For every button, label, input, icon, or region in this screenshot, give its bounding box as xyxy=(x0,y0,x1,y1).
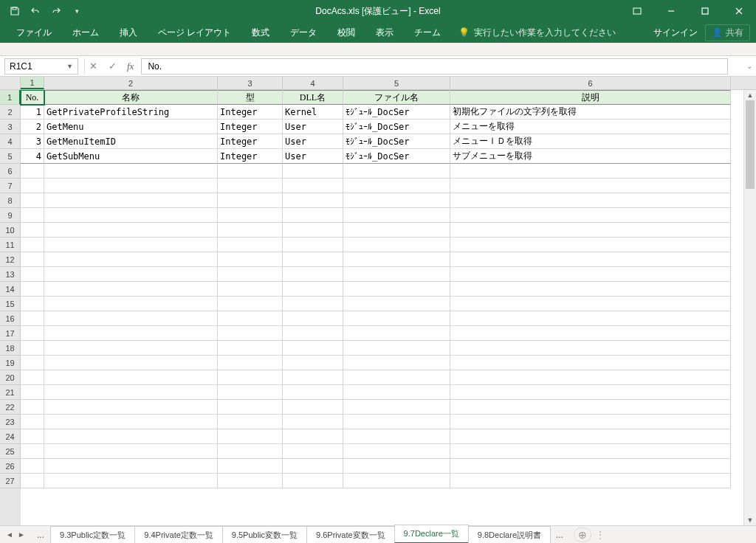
empty-cell[interactable] xyxy=(44,385,218,400)
data-cell[interactable]: サブメニューを取得 xyxy=(450,149,731,164)
header-cell[interactable]: 型 xyxy=(218,90,283,105)
signin-link[interactable]: サインイン xyxy=(653,27,698,39)
formula-input[interactable]: No. xyxy=(141,58,728,75)
empty-cell[interactable] xyxy=(44,415,218,429)
empty-cell[interactable] xyxy=(283,341,343,356)
row-header[interactable]: 21 xyxy=(0,385,21,400)
maximize-icon[interactable] xyxy=(688,0,722,22)
empty-cell[interactable] xyxy=(21,474,44,488)
empty-cell[interactable] xyxy=(450,474,731,488)
empty-cell[interactable] xyxy=(343,400,450,415)
empty-cell[interactable] xyxy=(44,459,218,474)
row-header[interactable]: 19 xyxy=(0,356,21,370)
tab-data[interactable]: データ xyxy=(280,22,327,43)
empty-cell[interactable] xyxy=(343,267,450,282)
empty-cell[interactable] xyxy=(450,341,731,356)
data-cell[interactable]: ﾓｼﾞｭｰﾙ_DocSer xyxy=(343,105,450,120)
share-button[interactable]: 👤 共有 xyxy=(705,24,750,41)
empty-cell[interactable] xyxy=(283,474,343,488)
active-cell[interactable]: No. xyxy=(21,90,44,105)
empty-cell[interactable] xyxy=(44,223,218,238)
data-cell[interactable]: Integer xyxy=(218,120,283,134)
empty-cell[interactable] xyxy=(44,341,218,356)
header-cell[interactable]: ファイル名 xyxy=(343,90,450,105)
tab-formulas[interactable]: 数式 xyxy=(241,22,280,43)
sheet-ellipsis[interactable]: ... xyxy=(550,530,569,540)
data-cell[interactable]: User xyxy=(283,149,343,164)
empty-cell[interactable] xyxy=(343,459,450,474)
empty-cell[interactable] xyxy=(21,267,44,282)
empty-cell[interactable] xyxy=(283,208,343,223)
col-header[interactable]: 6 xyxy=(450,77,731,89)
empty-cell[interactable] xyxy=(283,223,343,238)
undo-icon[interactable] xyxy=(27,2,44,20)
data-cell[interactable]: 3 xyxy=(21,134,44,149)
empty-cell[interactable] xyxy=(218,474,283,488)
empty-cell[interactable] xyxy=(450,385,731,400)
formula-expand-icon[interactable]: ⌄ xyxy=(743,62,756,70)
empty-cell[interactable] xyxy=(21,429,44,444)
row-header[interactable]: 9 xyxy=(0,208,21,223)
empty-cell[interactable] xyxy=(343,356,450,370)
empty-cell[interactable] xyxy=(450,282,731,297)
empty-cell[interactable] xyxy=(218,179,283,193)
cancel-icon[interactable]: ✕ xyxy=(84,58,102,75)
data-cell[interactable]: ﾓｼﾞｭｰﾙ_DocSer xyxy=(343,120,450,134)
empty-cell[interactable] xyxy=(450,179,731,193)
data-cell[interactable]: メニューＩＤを取得 xyxy=(450,134,731,149)
data-cell[interactable]: Integer xyxy=(218,105,283,120)
row-header[interactable]: 17 xyxy=(0,326,21,341)
empty-cell[interactable] xyxy=(283,193,343,208)
empty-cell[interactable] xyxy=(283,267,343,282)
empty-cell[interactable] xyxy=(218,282,283,297)
row-header[interactable]: 14 xyxy=(0,282,21,297)
sheet-tab[interactable]: 9.6Private変数一覧 xyxy=(306,526,395,544)
empty-cell[interactable] xyxy=(218,223,283,238)
empty-cell[interactable] xyxy=(44,252,218,267)
row-header[interactable]: 22 xyxy=(0,400,21,415)
empty-cell[interactable] xyxy=(218,429,283,444)
row-header[interactable]: 24 xyxy=(0,429,21,444)
empty-cell[interactable] xyxy=(44,208,218,223)
empty-cell[interactable] xyxy=(218,297,283,311)
col-header[interactable]: 4 xyxy=(283,77,343,89)
empty-cell[interactable] xyxy=(218,311,283,326)
empty-cell[interactable] xyxy=(21,297,44,311)
col-header[interactable]: 3 xyxy=(218,77,283,89)
empty-cell[interactable] xyxy=(21,282,44,297)
row-header[interactable]: 7 xyxy=(0,179,21,193)
row-header[interactable]: 8 xyxy=(0,193,21,208)
tab-home[interactable]: ホーム xyxy=(62,22,109,43)
close-icon[interactable] xyxy=(722,0,756,22)
sheet-tab[interactable]: 9.3Public定数一覧 xyxy=(50,526,135,544)
empty-cell[interactable] xyxy=(450,400,731,415)
empty-cell[interactable] xyxy=(343,326,450,341)
empty-cell[interactable] xyxy=(218,238,283,252)
col-header[interactable]: 5 xyxy=(343,77,450,89)
row-header[interactable]: 20 xyxy=(0,370,21,385)
empty-cell[interactable] xyxy=(283,311,343,326)
minimize-icon[interactable] xyxy=(654,0,688,22)
empty-cell[interactable] xyxy=(450,429,731,444)
row-header[interactable]: 6 xyxy=(0,164,21,179)
empty-cell[interactable] xyxy=(218,356,283,370)
empty-cell[interactable] xyxy=(450,444,731,459)
row-header[interactable]: 27 xyxy=(0,474,21,488)
empty-cell[interactable] xyxy=(44,444,218,459)
sheet-ellipsis[interactable]: ... xyxy=(31,530,50,540)
empty-cell[interactable] xyxy=(450,415,731,429)
header-cell[interactable]: DLL名 xyxy=(283,90,343,105)
sheet-tab[interactable]: 9.5Public変数一覧 xyxy=(222,526,307,544)
empty-cell[interactable] xyxy=(21,400,44,415)
empty-cell[interactable] xyxy=(218,370,283,385)
data-cell[interactable]: GetPrivateProfileString xyxy=(44,105,218,120)
empty-cell[interactable] xyxy=(21,370,44,385)
empty-cell[interactable] xyxy=(44,429,218,444)
data-cell[interactable]: 初期化ファイルの文字列を取得 xyxy=(450,105,731,120)
empty-cell[interactable] xyxy=(218,164,283,179)
empty-cell[interactable] xyxy=(44,370,218,385)
empty-cell[interactable] xyxy=(283,252,343,267)
empty-cell[interactable] xyxy=(343,193,450,208)
data-cell[interactable]: GetMenuItemID xyxy=(44,134,218,149)
empty-cell[interactable] xyxy=(44,267,218,282)
